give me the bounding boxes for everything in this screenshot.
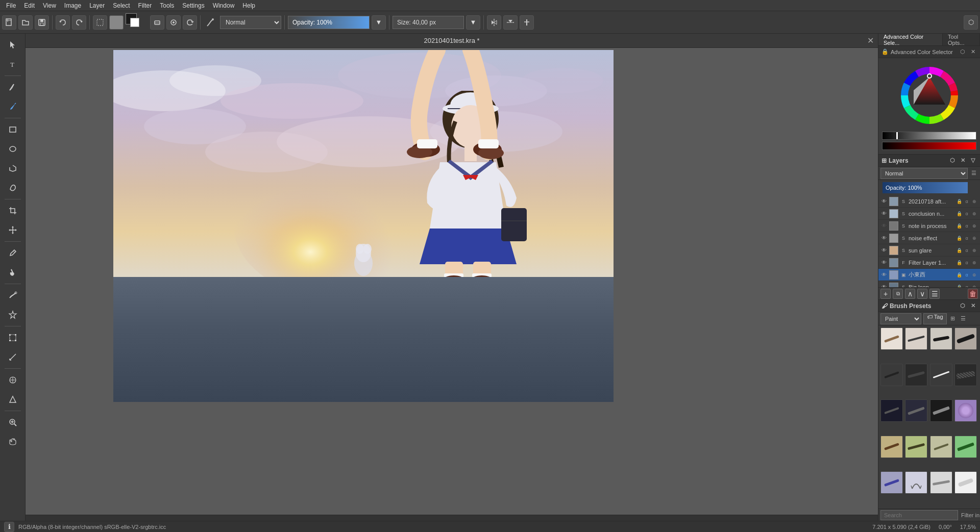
layer-alpha-5[interactable]: α [963, 259, 970, 266]
layer-alpha-4[interactable]: α [963, 247, 970, 254]
paintbrush-icon[interactable] [204, 15, 218, 30]
canvas-close-btn[interactable]: ✕ [867, 36, 874, 45]
layer-item[interactable]: 👁 S sun glare 🔒 α ⊕ [878, 244, 980, 257]
layer-merge-2[interactable]: ⊕ [971, 222, 978, 230]
lightness-slider[interactable] [882, 132, 976, 140]
new-button[interactable] [2, 15, 16, 30]
layer-alpha-1[interactable]: α [963, 210, 970, 217]
delete-layer-btn[interactable]: 🗑 [968, 289, 978, 299]
status-info-btn[interactable]: ℹ [4, 522, 14, 532]
reload-btn[interactable] [183, 15, 197, 30]
redo-button[interactable] [72, 15, 86, 30]
brush-item[interactable] [905, 436, 927, 458]
canvas-viewport[interactable] [26, 48, 878, 521]
layer-eye-2[interactable]: 👁 [880, 222, 888, 230]
mirror-v-btn[interactable] [503, 15, 518, 30]
anchor-btn[interactable] [520, 15, 534, 30]
layers-filter-btn[interactable]: ▽ [969, 157, 977, 165]
menu-help[interactable]: Help [238, 1, 259, 10]
brush-tag-btn[interactable]: 🏷 Tag [923, 313, 947, 324]
hue-slider[interactable] [882, 142, 976, 150]
brush-float-btn[interactable]: ⬡ [959, 302, 967, 310]
eyedropper-tool[interactable] [4, 244, 22, 262]
brush-search-input[interactable] [880, 510, 958, 520]
crop-tool[interactable] [4, 201, 22, 220]
gray-btn[interactable] [109, 15, 124, 30]
menu-layer[interactable]: Layer [85, 1, 109, 10]
layer-lock-2[interactable]: 🔒 [955, 222, 963, 230]
brush-item[interactable] [930, 327, 952, 350]
size-bar[interactable]: Size: 40,00 px [393, 16, 464, 29]
mirror-h-btn[interactable] [487, 15, 501, 30]
color-selector-float-btn[interactable]: ⬡ [959, 48, 967, 56]
menu-view[interactable]: View [39, 1, 60, 10]
brush-item[interactable] [954, 327, 977, 350]
layer-lock-4[interactable]: 🔒 [955, 247, 963, 254]
horizontal-scrollbar[interactable] [26, 515, 878, 521]
save-button[interactable] [35, 15, 49, 30]
layer-lock-6[interactable]: 🔒 [955, 271, 963, 278]
menu-filter[interactable]: Filter [134, 1, 156, 10]
brush-view-btn[interactable]: ⊞ [949, 315, 957, 323]
measure-tool[interactable] [4, 348, 22, 366]
fill-tool[interactable] [4, 263, 22, 282]
layer-lock-1[interactable]: 🔒 [955, 210, 963, 217]
layer-item[interactable]: 👁 S note in process 🔒 α ⊕ [878, 220, 980, 232]
assistant-tool[interactable] [4, 371, 22, 389]
layer-item[interactable]: 👁 F Filter Layer 1... 🔒 α ⊕ [878, 257, 980, 269]
layer-eye-5[interactable]: 👁 [880, 259, 888, 266]
eraser-btn[interactable] [150, 15, 164, 30]
layer-item[interactable]: 👁 S conclusion n... 🔒 α ⊕ [878, 208, 980, 220]
undo-button[interactable] [56, 15, 70, 30]
layer-lock-7[interactable]: 🔒 [955, 284, 963, 288]
brush-item[interactable] [930, 364, 952, 386]
brush-item[interactable] [905, 471, 927, 494]
move-down-btn[interactable]: ∨ [917, 289, 927, 299]
tab-tool-opts[interactable]: Tool Opts... [943, 34, 980, 45]
tab-advanced-color[interactable]: Advanced Color Sele... [878, 34, 943, 45]
cursor-tool[interactable] [4, 36, 22, 54]
brush-item[interactable] [905, 399, 927, 422]
blend-mode-select[interactable]: Normal [220, 16, 281, 29]
background-color[interactable] [130, 18, 139, 27]
freehand-brush-tool active[interactable] [4, 97, 22, 116]
menu-window[interactable]: Window [209, 1, 239, 10]
layer-lock-3[interactable]: 🔒 [955, 235, 963, 242]
text-tool[interactable]: T [4, 55, 22, 73]
move-up-btn[interactable]: ∧ [905, 289, 915, 299]
layer-lock-5[interactable]: 🔒 [955, 259, 963, 266]
brush-item[interactable] [880, 471, 903, 494]
smudge-tool[interactable] [4, 286, 22, 305]
layer-item[interactable]: 👁 S Big loop 🔒 α ⊕ [878, 281, 980, 287]
layers-menu-btn[interactable]: ☰ [970, 169, 978, 178]
menu-image[interactable]: Image [60, 1, 85, 10]
layers-close-btn[interactable]: ✕ [959, 157, 967, 165]
menu-tools[interactable]: Tools [156, 1, 178, 10]
layer-eye-6[interactable]: 👁 [880, 271, 888, 278]
opacity-options-btn[interactable]: ▼ [372, 15, 386, 30]
menu-settings[interactable]: Settings [178, 1, 208, 10]
layer-merge-3[interactable]: ⊕ [971, 235, 978, 242]
foreground-color[interactable] [126, 13, 137, 24]
star-tool[interactable] [4, 306, 22, 324]
layer-merge-5[interactable]: ⊕ [971, 259, 978, 266]
layer-eye-4[interactable]: 👁 [880, 247, 888, 254]
layer-alpha-0[interactable]: α [963, 198, 970, 205]
brush-item[interactable] [954, 364, 977, 386]
ellipse-select-tool[interactable] [4, 140, 22, 158]
layer-merge-4[interactable]: ⊕ [971, 247, 978, 254]
float-btn[interactable]: ⬡ [964, 15, 978, 30]
brush-item[interactable] [930, 399, 952, 422]
brush-item[interactable] [954, 399, 977, 422]
brush-item[interactable] [905, 327, 927, 350]
menu-edit[interactable]: Edit [20, 1, 39, 10]
brush-item[interactable] [930, 471, 952, 494]
brush-item[interactable] [880, 399, 903, 422]
menu-select[interactable]: Select [109, 1, 134, 10]
zoom-tool[interactable] [4, 413, 22, 432]
brush-options-btn[interactable]: ☰ [959, 315, 967, 323]
opacity-bar[interactable]: Opacity: 100% [288, 16, 370, 29]
layer-merge-7[interactable]: ⊕ [971, 284, 978, 288]
polygon-select-tool[interactable] [4, 159, 22, 178]
layer-eye-7[interactable]: 👁 [880, 284, 888, 288]
